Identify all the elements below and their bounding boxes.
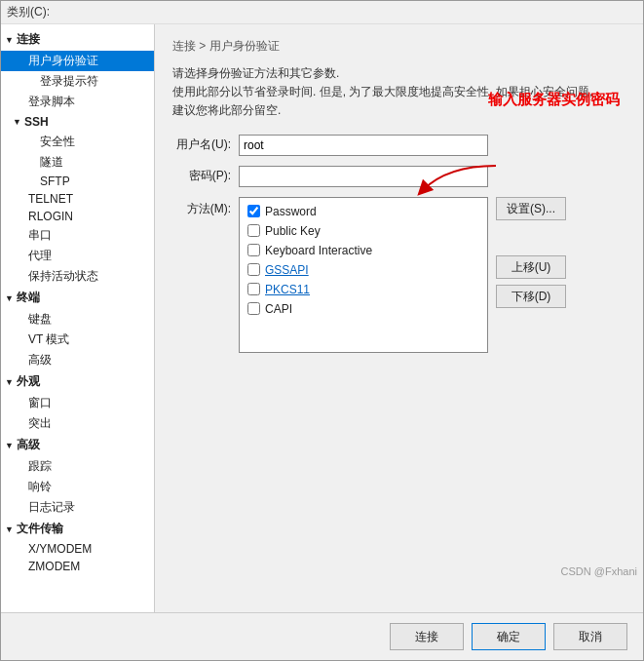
tree-item-filetransfer[interactable]: ▼ 文件传输 bbox=[1, 518, 154, 540]
dialog: 类别(C): ▼ 连接 用户身份验证 登录提示符 登录脚本 ▼ SSH bbox=[0, 0, 644, 661]
settings-button[interactable]: 设置(S)... bbox=[496, 197, 566, 220]
triangle-icon-ssh: ▼ bbox=[13, 117, 21, 127]
tree-item-keepalive[interactable]: 保持活动状态 bbox=[1, 266, 154, 287]
tree-item-auth[interactable]: 用户身份验证 bbox=[1, 51, 154, 71]
tree-item-serial[interactable]: 串口 bbox=[1, 225, 154, 246]
tree-item-advanced[interactable]: ▼ 高级 bbox=[1, 434, 154, 456]
cancel-button[interactable]: 取消 bbox=[553, 623, 627, 650]
tree-item-log[interactable]: 日志记录 bbox=[1, 497, 154, 518]
tree-item-terminal[interactable]: ▼ 终端 bbox=[1, 287, 154, 309]
tree-item-connection[interactable]: ▼ 连接 bbox=[1, 28, 154, 51]
checkbox-password[interactable] bbox=[247, 205, 260, 217]
category-label: 类别(C): bbox=[1, 1, 643, 24]
tree-item-ssh[interactable]: ▼ SSH bbox=[1, 112, 154, 132]
checkbox-gssapi[interactable] bbox=[247, 263, 260, 276]
username-row: 用户名(U): bbox=[172, 135, 625, 156]
tree-item-bell[interactable]: 响铃 bbox=[1, 477, 154, 497]
tree-panel: ▼ 连接 用户身份验证 登录提示符 登录脚本 ▼ SSH 安全性 隧道 bbox=[1, 24, 155, 612]
password-label: 密码(P): bbox=[172, 168, 239, 184]
tree-item-trace[interactable]: 跟踪 bbox=[1, 456, 154, 477]
annotation-bubble: 输入服务器实例密码 bbox=[488, 91, 620, 109]
methods-buttons: 设置(S)... 上移(U) 下移(D) bbox=[496, 197, 566, 308]
checkbox-keyboard-interactive[interactable] bbox=[247, 244, 260, 256]
tree-item-rlogin[interactable]: RLOGIN bbox=[1, 208, 154, 225]
arrow-annotation bbox=[369, 161, 506, 200]
tree-item-advanced-terminal[interactable]: 高级 bbox=[1, 350, 154, 370]
tree-item-highlight[interactable]: 突出 bbox=[1, 413, 154, 434]
triangle-icon-filetransfer: ▼ bbox=[5, 525, 14, 534]
method-gssapi: GSSAPI bbox=[246, 260, 481, 280]
connect-button[interactable]: 连接 bbox=[390, 623, 464, 650]
tree-item-appearance[interactable]: ▼ 外观 bbox=[1, 370, 154, 393]
method-pubkey: Public Key bbox=[246, 221, 481, 241]
triangle-icon: ▼ bbox=[5, 35, 14, 45]
watermark: CSDN @Fxhani bbox=[561, 565, 637, 577]
method-label: 方法(M): bbox=[172, 197, 239, 217]
breadcrumb: 连接 > 用户身份验证 bbox=[172, 38, 625, 55]
move-up-button[interactable]: 上移(U) bbox=[496, 255, 566, 279]
tree-item-vt-mode[interactable]: VT 模式 bbox=[1, 330, 154, 350]
content-area: ▼ 连接 用户身份验证 登录提示符 登录脚本 ▼ SSH 安全性 隧道 bbox=[1, 24, 643, 612]
tree-item-login-prompt[interactable]: 登录提示符 bbox=[1, 71, 154, 92]
method-password: Password bbox=[246, 202, 481, 221]
triangle-icon-terminal: ▼ bbox=[5, 293, 14, 303]
methods-list-box: Password Public Key Keyboard Interactive… bbox=[239, 197, 488, 353]
checkbox-pubkey[interactable] bbox=[247, 224, 260, 237]
right-panel: 连接 > 用户身份验证 请选择身份验证方法和其它参数. 使用此部分以节省登录时间… bbox=[155, 24, 643, 612]
tree-item-security[interactable]: 安全性 bbox=[1, 132, 154, 152]
bottom-bar: 连接 确定 取消 bbox=[1, 612, 643, 660]
tree-item-keyboard[interactable]: 键盘 bbox=[1, 309, 154, 330]
tree-item-window[interactable]: 窗口 bbox=[1, 393, 154, 413]
tree-item-telnet[interactable]: TELNET bbox=[1, 190, 154, 208]
method-capi: CAPI bbox=[246, 299, 481, 319]
ok-button[interactable]: 确定 bbox=[472, 623, 546, 650]
triangle-icon-advanced: ▼ bbox=[5, 441, 14, 450]
tree-item-login-script[interactable]: 登录脚本 bbox=[1, 92, 154, 112]
checkbox-capi[interactable] bbox=[247, 302, 260, 315]
tree-item-proxy[interactable]: 代理 bbox=[1, 246, 154, 266]
triangle-icon-appearance: ▼ bbox=[5, 377, 14, 387]
method-keyboard-interactive: Keyboard Interactive bbox=[246, 241, 481, 260]
tree-item-xymodem[interactable]: X/YMODEM bbox=[1, 540, 154, 558]
checkbox-pkcs11[interactable] bbox=[247, 283, 260, 295]
username-label: 用户名(U): bbox=[172, 136, 239, 153]
move-down-button[interactable]: 下移(D) bbox=[496, 285, 566, 308]
tree-item-sftp[interactable]: SFTP bbox=[1, 173, 154, 190]
methods-section: 方法(M): Password Public Key Keyboard Inte… bbox=[172, 197, 625, 353]
tree-item-tunnel[interactable]: 隧道 bbox=[1, 152, 154, 173]
method-pkcs11: PKCS11 bbox=[246, 280, 481, 299]
tree-item-zmodem[interactable]: ZMODEM bbox=[1, 558, 154, 575]
username-input[interactable] bbox=[239, 135, 488, 156]
